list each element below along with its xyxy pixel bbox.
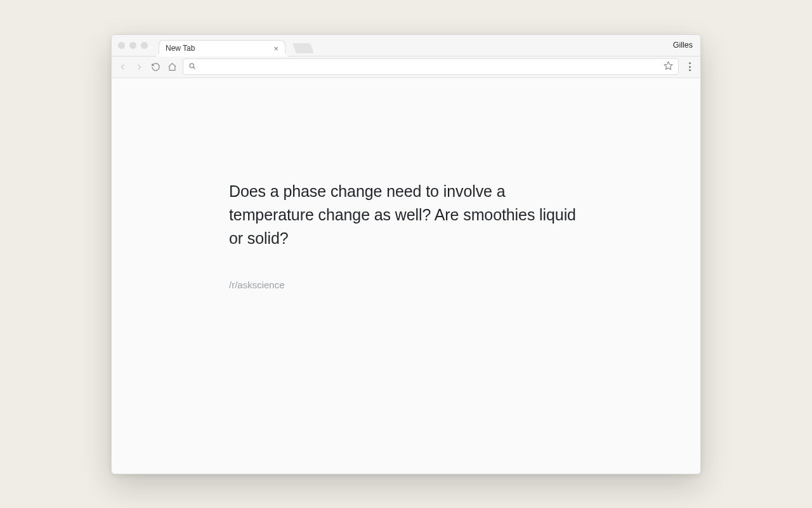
svg-point-0 [190,64,194,68]
toolbar [112,57,700,78]
page-content: Does a phase change need to involve a te… [112,78,700,474]
bookmark-star-icon[interactable] [664,61,673,73]
address-input[interactable] [201,62,658,72]
svg-line-1 [193,67,195,69]
browser-window: New Tab × Gilles [111,34,701,474]
browser-tab[interactable]: New Tab × [159,40,285,57]
tab-title: New Tab [166,44,195,53]
svg-marker-2 [664,62,672,69]
forward-button[interactable] [133,61,145,72]
source-label: /r/askscience [229,279,583,290]
reload-button[interactable] [150,61,161,72]
overflow-menu-icon[interactable] [684,60,695,74]
profile-name[interactable]: Gilles [673,41,693,50]
search-icon [188,61,196,72]
new-tab-button[interactable] [292,43,314,53]
window-minimize-button[interactable] [129,42,136,49]
tab-close-icon[interactable]: × [273,44,278,53]
window-controls [118,42,148,49]
window-maximize-button[interactable] [141,42,148,49]
home-button[interactable] [166,61,178,72]
titlebar: New Tab × Gilles [112,35,700,57]
window-close-button[interactable] [118,42,125,49]
address-bar[interactable] [183,58,679,75]
headline-text: Does a phase change need to involve a te… [229,180,583,250]
back-button[interactable] [117,61,128,72]
